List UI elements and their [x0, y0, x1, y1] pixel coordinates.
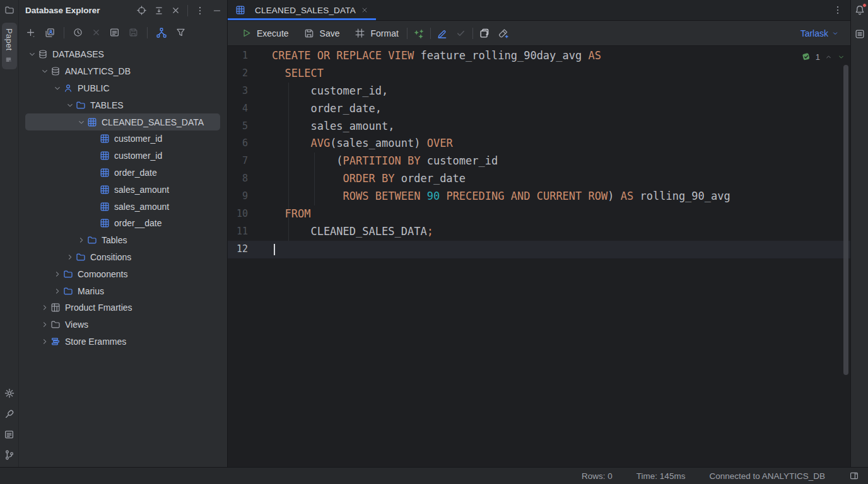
code-line: 7 (PARTITION BY customer_id [228, 153, 850, 170]
sql-code-editor[interactable]: 1CREATE OR REPLACE VIEW feature_rolling_… [228, 46, 850, 467]
table-icon [87, 117, 97, 127]
tree-item-comoonents[interactable]: Comoonents [19, 265, 227, 282]
more-icon[interactable] [195, 6, 205, 16]
tab-options-kebab-icon[interactable] [833, 5, 843, 15]
table-icon [100, 185, 110, 195]
chevron-down-icon[interactable] [52, 84, 63, 93]
tree-item-analytics-db[interactable]: ANALYTICS_DB [19, 63, 227, 80]
tree-item-cleaned-sales-data[interactable]: CLEANED_SALES_DATA [19, 113, 227, 130]
tree-item-label: order_date [114, 168, 157, 178]
chevron-right-icon[interactable] [52, 287, 63, 296]
close-icon[interactable] [171, 6, 180, 15]
folder-icon[interactable] [4, 5, 15, 15]
editor-toolbar-icon-groups [407, 27, 515, 40]
notifications-bell-icon[interactable] [854, 4, 865, 16]
close-tab-icon[interactable] [361, 6, 368, 14]
line-number: 7 [228, 153, 272, 170]
tab-cleaned-sales-data[interactable]: CLEANED_SALES_DATA [228, 0, 376, 20]
left-tool-strip: Papet [0, 0, 19, 467]
tree-item-tables[interactable]: TABLES [19, 96, 227, 113]
line-number: 2 [228, 65, 272, 83]
tree-item-public[interactable]: PUBLIC [19, 80, 227, 97]
tree-item-label: sales_amount [114, 185, 169, 195]
execute-button[interactable]: Execute [234, 24, 295, 43]
tree-item-sales-amount[interactable]: sales_amount [19, 198, 227, 215]
copy-window-icon[interactable] [478, 27, 491, 40]
tree-item-label: Views [65, 320, 88, 330]
inspection-widget[interactable]: 1 [801, 52, 845, 62]
line-number: 5 [228, 118, 272, 135]
chevron-down-icon[interactable] [39, 67, 50, 76]
save-button[interactable]: Save [297, 24, 346, 43]
table-icon [100, 168, 110, 178]
collapse-icon[interactable] [154, 6, 164, 16]
tree-item-product-fmarties[interactable]: Product Fmarties [19, 299, 227, 316]
editor-scrollbar[interactable] [843, 65, 848, 375]
database-explorer-panel: Database Explorer DATABASESANALYTICS_DBP… [19, 0, 228, 467]
tree-item-label: Tables [102, 235, 127, 245]
tree-item-customer-id[interactable]: customer_id [19, 147, 227, 164]
chevron-right-icon[interactable] [39, 303, 50, 312]
console-icon[interactable] [4, 429, 15, 440]
profile-dropdown[interactable]: Tarlask [801, 28, 844, 38]
tool-window-tab-label: Papet [4, 28, 14, 50]
toolbar-icon-group [408, 27, 430, 40]
layout-icon[interactable] [849, 471, 859, 481]
tree-item-views[interactable]: Views [19, 316, 227, 333]
chevron-right-icon[interactable] [39, 320, 50, 329]
right-tool-strip [850, 0, 868, 467]
editor-area: CLEANED_SALES_DATA Execute Save Format T… [228, 0, 850, 467]
tree-item-consitions[interactable]: Consitions [19, 249, 227, 266]
tree-item-customer-id[interactable]: customer_id [19, 130, 227, 147]
inspection-count: 1 [816, 52, 820, 62]
previous-issue-chevron-up-icon[interactable] [824, 53, 833, 61]
next-issue-chevron-down-icon[interactable] [837, 53, 845, 61]
filter-icon[interactable] [175, 27, 186, 38]
tree-item-order-date[interactable]: order__date [19, 215, 227, 232]
chevron-down-icon[interactable] [26, 50, 38, 59]
gear-icon[interactable] [4, 388, 15, 399]
diagram-icon[interactable] [156, 27, 167, 38]
format-button[interactable]: Format [348, 24, 404, 43]
tree-item-label: customer_id [114, 151, 162, 161]
tree-item-sales-amount[interactable]: sales_amount [19, 181, 227, 198]
console-icon[interactable] [109, 27, 120, 38]
chevron-right-icon[interactable] [39, 337, 50, 346]
tool-add-icon[interactable] [497, 27, 510, 40]
chevron-down-icon [831, 30, 839, 37]
code-line: 9 ROWS BETWEEN 90 PRECEDING AND CURRENT … [228, 188, 850, 205]
divider [187, 5, 188, 16]
hook-icon[interactable] [4, 408, 15, 420]
notebook-icon[interactable] [854, 28, 865, 40]
tree-item-tables[interactable]: Tables [19, 232, 227, 249]
locate-icon[interactable] [136, 5, 147, 16]
explorer-header: Database Explorer [19, 0, 227, 21]
status-bar: Rows: 0 Time: 145ms Connected to ANALYTI… [0, 467, 868, 484]
tree-item-marius[interactable]: Marius [19, 282, 227, 299]
tree-item-databases[interactable]: DATABASES [19, 46, 227, 63]
chevron-down-icon[interactable] [64, 101, 76, 110]
tree-item-store-erammes[interactable]: Store Erammes [19, 333, 227, 350]
add-icon[interactable] [25, 27, 36, 38]
database-tree: DATABASESANALYTICS_DBPUBLICTABLESCLEANED… [19, 44, 227, 467]
git-branch-icon[interactable] [4, 449, 15, 461]
chevron-right-icon[interactable] [64, 253, 76, 262]
line-number: 4 [228, 100, 272, 118]
line-number: 3 [228, 83, 272, 100]
code-line: 11 CLEANED_SALES_DATA; [228, 223, 850, 241]
tree-item-order-date[interactable]: order_date [19, 164, 227, 182]
tab-title: CLEANED_SALES_DATA [255, 6, 356, 15]
play-icon [240, 27, 252, 40]
editor-code-area: 1CREATE OR REPLACE VIEW feature_rolling_… [228, 47, 850, 258]
tool-window-tab-papet[interactable]: Papet [2, 23, 17, 69]
chevron-right-icon[interactable] [76, 236, 87, 245]
chevron-right-icon[interactable] [52, 270, 63, 279]
minimize-icon[interactable] [212, 6, 222, 16]
code-line: 2 SELECT [228, 65, 850, 83]
ai-sparkle-icon[interactable] [413, 27, 425, 40]
execution-time: Time: 145ms [636, 471, 686, 481]
history-icon[interactable] [73, 27, 83, 38]
duplicate-icon[interactable] [44, 27, 56, 38]
pencil-icon[interactable] [436, 27, 449, 40]
chevron-down-icon[interactable] [76, 118, 87, 127]
